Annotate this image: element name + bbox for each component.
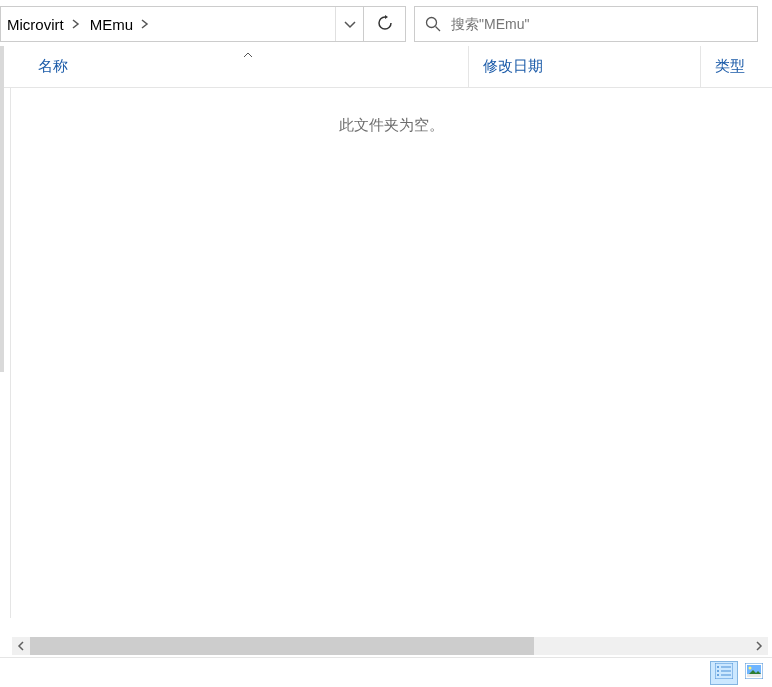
column-label: 修改日期 bbox=[483, 57, 543, 76]
scroll-left-button[interactable] bbox=[12, 637, 30, 655]
empty-folder-message: 此文件夹为空。 bbox=[11, 88, 772, 135]
status-bar bbox=[0, 657, 772, 687]
refresh-button[interactable] bbox=[363, 7, 405, 41]
breadcrumb-label: MEmu bbox=[90, 16, 133, 33]
svg-line-1 bbox=[436, 27, 441, 32]
column-header-type[interactable]: 类型 bbox=[700, 46, 772, 87]
column-label: 名称 bbox=[38, 57, 68, 76]
scroll-right-button[interactable] bbox=[750, 637, 768, 655]
column-header-name[interactable]: 名称 bbox=[28, 46, 468, 87]
chevron-right-icon bbox=[755, 639, 763, 654]
scroll-track[interactable] bbox=[30, 637, 750, 655]
search-icon bbox=[415, 7, 451, 41]
svg-point-12 bbox=[749, 667, 752, 670]
details-view-icon bbox=[715, 663, 733, 682]
nav-pane-resize-handle[interactable] bbox=[0, 46, 4, 372]
breadcrumb-item-memu[interactable]: MEmu bbox=[84, 7, 137, 41]
svg-point-0 bbox=[427, 18, 437, 28]
column-headers: 名称 修改日期 类型 bbox=[0, 46, 772, 88]
column-header-date[interactable]: 修改日期 bbox=[468, 46, 700, 87]
sort-ascending-icon bbox=[243, 44, 253, 61]
horizontal-scrollbar[interactable] bbox=[12, 637, 768, 655]
large-icons-view-button[interactable] bbox=[740, 661, 768, 685]
chevron-right-icon[interactable] bbox=[68, 7, 84, 41]
top-bar: Microvirt MEmu bbox=[0, 0, 772, 46]
search-box[interactable] bbox=[414, 6, 758, 42]
breadcrumb-label: Microvirt bbox=[7, 16, 64, 33]
search-input[interactable] bbox=[451, 16, 757, 32]
file-list-area[interactable]: 此文件夹为空。 bbox=[10, 88, 772, 618]
scroll-thumb[interactable] bbox=[30, 637, 534, 655]
chevron-down-icon bbox=[344, 17, 356, 32]
breadcrumb-item-microvirt[interactable]: Microvirt bbox=[1, 7, 68, 41]
details-view-button[interactable] bbox=[710, 661, 738, 685]
svg-rect-11 bbox=[747, 674, 761, 677]
address-bar: Microvirt MEmu bbox=[0, 6, 406, 42]
chevron-right-icon[interactable] bbox=[137, 7, 153, 41]
refresh-icon bbox=[377, 15, 393, 34]
thumbnails-view-icon bbox=[745, 663, 763, 682]
history-dropdown-button[interactable] bbox=[335, 7, 363, 41]
chevron-left-icon bbox=[17, 639, 25, 654]
breadcrumb[interactable]: Microvirt MEmu bbox=[1, 7, 335, 41]
column-label: 类型 bbox=[715, 57, 745, 76]
